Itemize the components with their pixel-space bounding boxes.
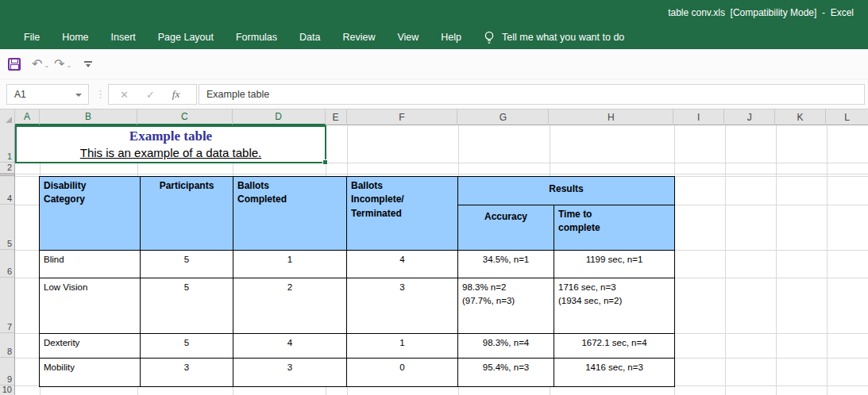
column-header-a[interactable]: A [15,109,40,125]
tab-data[interactable]: Data [288,25,331,49]
formula-bar-input[interactable]: Example table [199,84,865,105]
selected-cell-a1[interactable]: Example table This is an example of a da… [15,125,326,163]
row-header-9[interactable]: 9 [0,358,14,385]
tell-me-label: Tell me what you want to do [502,32,624,43]
row-header-2[interactable]: 2 [0,163,14,174]
header-accuracy[interactable]: Accuracy [458,205,554,251]
enter-icon[interactable]: ✓ [146,89,155,101]
separator-dots-icon: ⋮ [95,88,106,100]
column-header-l[interactable]: L [826,109,868,125]
column-header-d[interactable]: D [233,109,326,125]
cell-mobility-accuracy[interactable]: 95.4%, n=3 [458,359,554,386]
column-header-h[interactable]: H [549,109,673,125]
cell-blind-incomplete[interactable]: 4 [347,251,458,278]
name-box[interactable]: A1 [6,84,89,105]
gridline [725,125,726,395]
redo-button[interactable]: ↷ ⌄ [54,58,71,71]
gridline [827,125,827,395]
undo-dropdown-icon[interactable]: ⌄ [44,62,49,69]
row-header-7[interactable]: 7 [0,278,14,333]
ribbon-tab-bar: File Home Insert Page Layout Formulas Da… [0,25,868,49]
tab-formulas[interactable]: Formulas [225,25,288,49]
header-participants[interactable]: Participants [141,177,233,251]
undo-button[interactable]: ↶ ⌄ [32,58,49,71]
redo-icon: ↷ [54,58,64,71]
select-all-button[interactable] [0,109,15,125]
cell-lowvision-time[interactable]: 1716 sec, n=3 (1934 sec, n=2) [554,278,674,334]
row-header-column: 1 2 4 5 6 7 8 9 10 [0,125,15,395]
tab-page-layout[interactable]: Page Layout [147,25,225,49]
cell-dexterity-category[interactable]: Dexterity [40,334,141,359]
formula-bar-content: Example table [206,89,269,100]
row-header-10[interactable]: 10 [0,385,14,395]
header-ballots-incomplete[interactable]: Ballots Incomplete/ Terminated [347,177,458,251]
gridline [15,174,868,174]
name-box-value: A1 [14,89,26,100]
cell-dexterity-participants[interactable]: 5 [141,334,233,359]
data-table: Disability Category Participants Ballots… [39,176,675,387]
cell-dexterity-accuracy[interactable]: 98.3%, n=4 [458,334,554,359]
cell-lowvision-incomplete[interactable]: 3 [347,278,458,334]
customize-bar-icon [84,61,92,63]
tab-review[interactable]: Review [331,25,386,49]
name-box-dropdown-icon[interactable] [75,94,82,97]
sheet-subtitle-text: This is an example of a data table. [17,146,325,159]
tab-view[interactable]: View [386,25,430,49]
column-header-k[interactable]: K [775,109,826,125]
cell-mobility-participants[interactable]: 3 [141,359,233,386]
tell-me-box[interactable]: Tell me what you want to do [484,31,624,44]
header-disability-category[interactable]: Disability Category [40,177,141,251]
cell-dexterity-completed[interactable]: 4 [233,334,347,359]
formula-bar-row: A1 ⋮ ✕ ✓ fx Example table [0,79,868,109]
row-header-4[interactable]: 4 [0,176,14,205]
cell-lowvision-accuracy[interactable]: 98.3% n=2 (97.7%, n=3) [458,278,554,334]
formula-buttons: ✕ ✓ fx [108,84,197,105]
cell-dexterity-incomplete[interactable]: 1 [347,334,458,359]
column-header-c[interactable]: C [137,109,233,125]
column-header-f[interactable]: F [347,109,458,125]
cell-lowvision-category[interactable]: Low Vision [40,278,141,334]
row-header-6[interactable]: 6 [0,250,14,278]
insert-function-icon[interactable]: fx [172,88,180,101]
cell-dexterity-time[interactable]: 1672.1 sec, n=4 [554,334,674,359]
save-icon [8,58,21,71]
fill-handle[interactable] [322,159,328,165]
quick-access-toolbar: ↶ ⌄ ↷ ⌄ [0,49,868,79]
cell-blind-time[interactable]: 1199 sec, n=1 [554,251,674,278]
cell-lowvision-completed[interactable]: 2 [233,278,347,334]
row-header-8[interactable]: 8 [0,333,14,358]
cell-lowvision-participants[interactable]: 5 [141,278,233,334]
worksheet: A B C D E F G H I J K L 1 2 4 5 6 7 8 9 … [0,109,868,395]
cancel-icon[interactable]: ✕ [120,89,129,101]
column-header-b[interactable]: B [40,109,137,125]
cell-blind-participants[interactable]: 5 [141,251,233,278]
select-all-icon [6,117,12,123]
header-ballots-completed[interactable]: Ballots Completed [233,177,347,251]
row-header-5[interactable]: 5 [0,205,14,250]
sheet-title-text: Example table [17,128,325,144]
column-header-i[interactable]: I [673,109,724,125]
customize-quick-access-toolbar-button[interactable] [84,61,92,67]
column-header-j[interactable]: J [724,109,775,125]
tab-help[interactable]: Help [430,25,473,49]
redo-dropdown-icon[interactable]: ⌄ [67,62,72,69]
cell-blind-accuracy[interactable]: 34.5%, n=1 [458,251,554,278]
column-header-row: A B C D E F G H I J K L [0,109,868,125]
lightbulb-icon [484,31,495,44]
cell-mobility-time[interactable]: 1416 sec, n=3 [554,359,674,386]
row-header-1[interactable]: 1 [0,125,14,163]
tab-insert[interactable]: Insert [100,25,147,49]
save-button[interactable] [8,58,21,71]
cell-blind-completed[interactable]: 1 [233,251,347,278]
column-header-e[interactable]: E [326,109,347,125]
header-results[interactable]: Results [458,177,674,205]
tab-home[interactable]: Home [51,25,99,49]
tab-file[interactable]: File [13,25,51,49]
cell-blind-category[interactable]: Blind [40,251,141,278]
cell-mobility-completed[interactable]: 3 [233,359,347,386]
cell-mobility-category[interactable]: Mobility [40,359,141,386]
cell-grid[interactable]: Example table This is an example of a da… [15,125,868,395]
header-time-to-complete[interactable]: Time to complete [554,205,674,251]
cell-mobility-incomplete[interactable]: 0 [347,359,458,386]
column-header-g[interactable]: G [457,109,549,125]
